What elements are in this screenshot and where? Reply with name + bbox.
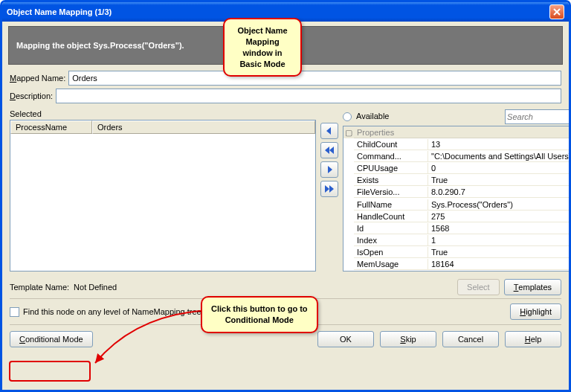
double-triangle-right-icon	[324, 184, 335, 194]
triangle-right-icon	[324, 164, 335, 175]
property-row[interactable]: FileVersio...8.0.290.7	[343, 187, 571, 199]
callout-top-text: Object NameMappingwindow inBasic Mode	[237, 26, 287, 68]
property-row[interactable]: FullNameSys.Process("Orders")	[343, 199, 571, 211]
template-name-value: Not Defined	[74, 283, 117, 292]
conditional-mode-button[interactable]: Conditional Mode	[10, 331, 93, 347]
move-all-left-button[interactable]	[320, 142, 338, 158]
property-row[interactable]: MemUsage18164	[343, 259, 571, 271]
move-right-button[interactable]	[320, 161, 338, 178]
window-title: Object Name Mapping (1/3)	[7, 7, 112, 16]
description-label: Description:	[10, 91, 53, 100]
property-group[interactable]: ▢Properties	[343, 126, 571, 138]
close-icon	[553, 8, 561, 16]
mapped-name-input[interactable]	[68, 71, 561, 86]
skip-button[interactable]: Skip	[380, 331, 436, 347]
cancel-button[interactable]: Cancel	[442, 331, 499, 347]
double-triangle-left-icon	[324, 145, 335, 155]
selected-col-value[interactable]: Orders	[92, 121, 315, 134]
template-name-label: Template Name:	[10, 283, 69, 292]
selected-table[interactable]: ProcessName Orders	[10, 120, 316, 271]
templates-button[interactable]: Templates	[504, 279, 561, 295]
property-row[interactable]: Command..."C:\Documents and Settings\All…	[343, 150, 571, 162]
callout-bottom: Click this button to go toConditional Mo…	[201, 296, 318, 333]
find-node-label: Find this node on any level of NameMappi…	[23, 307, 201, 316]
help-button[interactable]: Help	[505, 331, 561, 347]
property-row[interactable]: Index1	[343, 235, 571, 247]
mapped-name-label: Mapped Name:	[10, 74, 65, 83]
ok-button[interactable]: OK	[317, 331, 374, 347]
highlight-button[interactable]: Highlight	[510, 303, 561, 320]
property-row[interactable]: ExistsTrue	[343, 175, 571, 187]
available-radio[interactable]	[343, 112, 352, 121]
property-row[interactable]: CPUUsage0	[343, 163, 571, 175]
move-all-right-button[interactable]	[320, 181, 338, 197]
selected-header: ProcessName Orders	[10, 121, 315, 134]
property-row[interactable]: IsOpenTrue	[343, 247, 571, 259]
callout-top: Object NameMappingwindow inBasic Mode	[223, 18, 302, 77]
move-left-button[interactable]	[320, 123, 338, 139]
selected-col-name[interactable]: ProcessName	[10, 121, 92, 134]
property-row[interactable]: ChildCount13	[343, 138, 571, 150]
triangle-left-icon	[324, 126, 335, 136]
selected-label: Selected	[10, 109, 316, 118]
search-box[interactable]: 🔍 ▾	[505, 109, 571, 124]
available-label: Available	[356, 112, 389, 121]
find-node-checkbox[interactable]	[10, 307, 19, 317]
close-button[interactable]	[549, 4, 564, 19]
banner-text: Mapping the object Sys.Process("Orders")…	[16, 41, 184, 50]
select-button: Select	[457, 279, 500, 295]
property-row[interactable]: HandleCount275	[343, 211, 571, 222]
property-row[interactable]: Id1568	[343, 222, 571, 234]
collapse-icon[interactable]: ▢	[343, 128, 354, 138]
callout-bottom-text: Click this button to go toConditional Mo…	[211, 304, 308, 324]
properties-grid[interactable]: ▢PropertiesChildCount13Command..."C:\Doc…	[343, 126, 571, 271]
search-input[interactable]	[507, 112, 571, 121]
description-input[interactable]	[56, 89, 561, 103]
